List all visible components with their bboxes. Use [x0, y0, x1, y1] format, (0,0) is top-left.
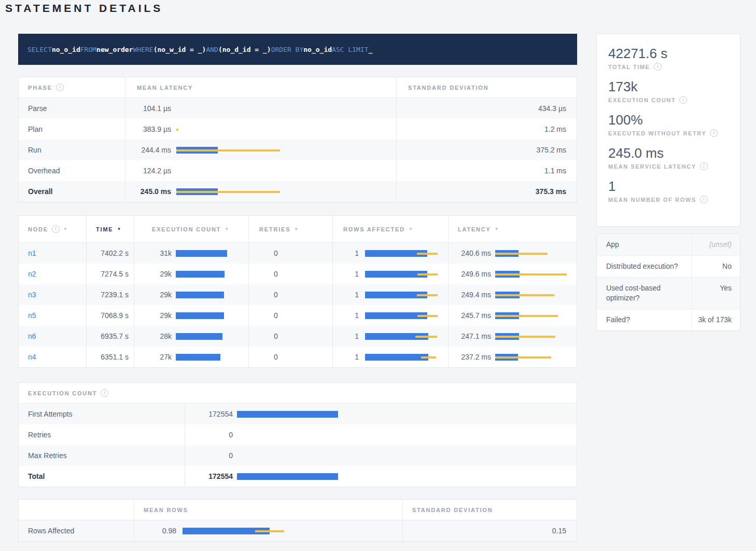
info-icon[interactable]: i	[654, 63, 662, 71]
table-row: Rows Affected 0.98 0.15	[19, 520, 577, 541]
rows-affected-value: 1	[333, 311, 359, 320]
sql-token: SELECT	[27, 46, 52, 53]
rows-affected-bar	[365, 292, 443, 298]
exec-row-value-cell: 0	[185, 445, 577, 466]
retries-value: 0	[249, 332, 278, 340]
node-rows-cell: 1	[332, 305, 448, 326]
attribute-value: (unset)	[691, 234, 740, 255]
sidebar: 42271.6 s Total Time i 173k Execution Co…	[596, 34, 740, 331]
node-time-value: 6351.1 s	[86, 347, 134, 367]
retries-value: 0	[249, 353, 278, 361]
rows-affected-header-label: Rows Affected	[343, 226, 405, 232]
node-latency-cell: 240.6 ms	[448, 243, 577, 264]
sort-caret-icon: ▼	[294, 227, 298, 231]
execution-count-column-header[interactable]: Execution Count ▼	[134, 216, 248, 242]
info-icon[interactable]: i	[700, 196, 708, 203]
node-link[interactable]: n5	[28, 311, 36, 320]
time-column-header[interactable]: Time ▼	[86, 216, 134, 242]
rows-affected-bar	[365, 250, 443, 257]
stat-label: Execution Count i	[608, 96, 732, 104]
table-row: Max Retries 0	[19, 445, 577, 466]
stat-label-text: Executed without Retry	[608, 130, 706, 136]
standard-deviation-column-header: Standard Deviation	[402, 500, 577, 520]
latency-column-header[interactable]: Latency ▼	[448, 216, 577, 242]
latency-header-label: Latency	[458, 226, 491, 232]
rows-affected-column-header[interactable]: Rows Affected ▼	[332, 216, 448, 242]
execution-count-bar	[176, 312, 233, 319]
phase-name: Plan	[19, 119, 125, 140]
node-latency-cell: 249.6 ms	[448, 264, 577, 284]
attribute-row-failed: Failed? 3k of 173k	[597, 309, 740, 330]
info-icon[interactable]: i	[101, 389, 108, 397]
node-link[interactable]: n1	[28, 249, 36, 257]
latency-bar	[495, 312, 573, 319]
stat-label-text: Mean Number of Rows	[608, 197, 696, 203]
mean-latency-value: 244.4 ms	[125, 146, 171, 154]
node-retries-cell: 0	[248, 264, 332, 284]
attribute-row-cost-based-optimizer: Used cost-based optimizer? Yes	[597, 277, 740, 309]
node-rows-cell: 1	[332, 284, 448, 305]
execution-count-title-label: Execution Count	[28, 390, 97, 396]
standard-deviation-value: 1.1 ms	[396, 160, 577, 181]
node-exec-cell: 28k	[134, 326, 248, 347]
exec-row-value-cell: 172554	[185, 404, 577, 424]
attribute-row-distributed-execution: Distributed execution? No	[597, 255, 740, 277]
sort-caret-icon: ▼	[409, 227, 413, 231]
node-retries-cell: 0	[248, 243, 332, 264]
table-row: Run 244.4 ms 375.2 ms	[19, 140, 577, 160]
node-link[interactable]: n2	[28, 270, 36, 278]
execution-count-value: 27k	[134, 353, 172, 361]
info-icon[interactable]: i	[679, 96, 687, 104]
execution-count-header-label: Execution Count	[152, 226, 221, 232]
node-exec-cell: 29k	[134, 284, 248, 305]
node-link[interactable]: n6	[28, 332, 36, 340]
execution-count-bar	[237, 432, 341, 438]
exec-row-label: First Attempts	[19, 404, 185, 424]
mean-rows-column-header: Mean Rows	[134, 500, 402, 520]
table-row: First Attempts 172554	[19, 404, 577, 424]
node-link[interactable]: n4	[28, 353, 36, 361]
latency-value: 249.6 ms	[449, 270, 491, 278]
table-row: Parse 104.1 µs 434.3 µs	[19, 98, 577, 119]
mean-latency-cell: 124.2 µs	[125, 160, 396, 181]
node-exec-cell: 27k	[134, 347, 248, 367]
retries-column-header[interactable]: Retries ▼	[248, 216, 332, 242]
execution-count-bar	[237, 452, 341, 459]
info-icon[interactable]: i	[710, 129, 718, 137]
rows-affected-table: Mean Rows Standard Deviation Rows Affect…	[18, 499, 577, 542]
rows-affected-bar	[365, 354, 443, 361]
node-rows-cell: 1	[332, 264, 448, 284]
node-latency-cell: 245.7 ms	[448, 305, 577, 326]
stat-total-time: 42271.6 s Total Time i	[608, 46, 732, 71]
info-icon[interactable]: i	[700, 162, 708, 170]
info-icon[interactable]: i	[56, 84, 64, 91]
stat-label-text: Execution Count	[608, 97, 676, 103]
phase-latency-table: Phase i Mean Latency Standard Deviation …	[18, 77, 577, 202]
node-table-header: Node i ▼ Time ▼ Execution Count ▼ Retrie…	[19, 216, 577, 243]
node-row: n2 7274.5 s 29k 0 1 249.6 ms	[19, 264, 577, 284]
standard-deviation-column-header: Standard Deviation	[396, 77, 577, 98]
latency-bar	[495, 354, 573, 361]
node-row: n4 6351.1 s 27k 0 1 237.2 ms	[19, 347, 577, 367]
node-time-value: 7068.9 s	[86, 305, 134, 326]
sql-token: new_order	[96, 46, 133, 53]
sql-token: ORDER BY	[271, 46, 304, 53]
attribute-row-app: App (unset)	[597, 234, 740, 255]
node-latency-cell: 247.1 ms	[448, 326, 577, 347]
sql-token: (no_w_id = _)	[153, 46, 206, 53]
node-column-header[interactable]: Node i ▼	[19, 216, 86, 242]
standard-deviation-value: 375.3 ms	[396, 181, 577, 202]
stat-mean-number-of-rows: 1 Mean Number of Rows i	[608, 178, 732, 203]
node-time-value: 7239.1 s	[86, 284, 134, 305]
standard-deviation-header-label: Standard Deviation	[408, 85, 488, 91]
node-link[interactable]: n3	[28, 291, 36, 299]
node-exec-cell: 29k	[134, 264, 248, 284]
info-icon[interactable]: i	[52, 225, 60, 233]
mean-latency-cell: 244.4 ms	[125, 140, 396, 160]
mean-latency-bar	[176, 147, 285, 154]
table-row: Plan 383.9 µs 1.2 ms	[19, 119, 577, 140]
mean-latency-value: 104.1 µs	[125, 104, 171, 113]
exec-row-value-cell: 0	[185, 424, 577, 445]
sql-token: (no_d_id = _)	[218, 46, 271, 53]
rows-affected-empty-header	[19, 500, 134, 520]
